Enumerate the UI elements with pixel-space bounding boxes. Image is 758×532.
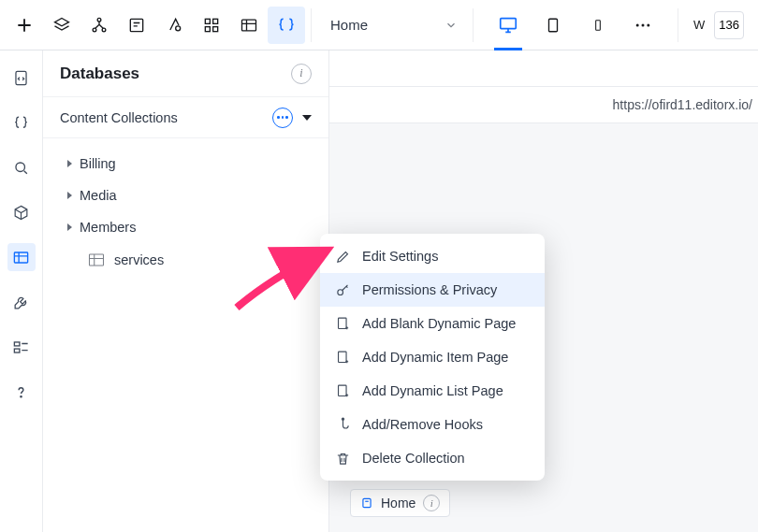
rail-page-code-icon[interactable]: [7, 64, 36, 92]
info-icon[interactable]: i: [423, 495, 440, 511]
page-dropdown[interactable]: Home: [317, 7, 467, 44]
device-desktop-button[interactable]: [496, 13, 520, 37]
rail-tools-icon[interactable]: [7, 288, 36, 316]
tree-item-billing[interactable]: Billing: [43, 148, 328, 180]
divider: [473, 8, 474, 42]
nodes-icon[interactable]: [80, 7, 118, 44]
tree-item-label: Members: [80, 220, 136, 235]
section-icon[interactable]: [118, 7, 155, 44]
left-rail: [0, 50, 43, 532]
ctx-edit-settings[interactable]: Edit Settings: [320, 239, 545, 273]
svg-rect-26: [339, 352, 347, 362]
ctx-add-dynamic-item-page[interactable]: Add Dynamic Item Page: [320, 340, 545, 374]
caret-right-icon: [67, 160, 72, 167]
table-icon[interactable]: [230, 7, 268, 44]
leaf-more-button[interactable]: [300, 250, 321, 270]
panel-header: Databases i: [43, 50, 328, 97]
svg-point-0: [97, 18, 101, 22]
tree-item-label: Media: [80, 188, 117, 203]
page-plus-icon: [335, 350, 351, 366]
tree-item-media[interactable]: Media: [43, 180, 328, 211]
ctx-add-dynamic-list-page[interactable]: Add Dynamic List Page: [320, 374, 545, 408]
panel-section-header[interactable]: Content Collections: [43, 97, 328, 138]
ctx-item-label: Add/Remove Hooks: [362, 417, 483, 432]
ctx-delete-collection[interactable]: Delete Collection: [320, 441, 545, 475]
rail-braces-icon[interactable]: [7, 108, 36, 137]
device-mobile-button[interactable]: [586, 13, 610, 37]
svg-rect-25: [339, 318, 347, 328]
svg-point-14: [642, 23, 645, 26]
collection-context-menu: Edit Settings Permissions & Privacy Add …: [320, 234, 545, 481]
key-icon: [335, 282, 351, 298]
ctx-permissions-privacy[interactable]: Permissions & Privacy: [320, 273, 545, 307]
svg-point-17: [16, 162, 24, 171]
svg-point-24: [338, 289, 343, 295]
info-icon[interactable]: i: [291, 64, 312, 84]
more-devices-button[interactable]: [631, 13, 655, 37]
home-chip-label: Home: [381, 496, 415, 510]
topbar-tools: [0, 7, 305, 44]
svg-rect-7: [205, 26, 210, 31]
page-dropdown-label: Home: [330, 17, 368, 33]
svg-rect-20: [14, 349, 20, 352]
collections-tree: Billing Media Members services: [43, 138, 328, 277]
ctx-add-blank-dynamic-page[interactable]: Add Blank Dynamic Page: [320, 307, 545, 340]
page-icon: [360, 496, 373, 510]
topbar: Home W: [0, 0, 758, 50]
code-braces-icon[interactable]: [268, 7, 305, 44]
divider: [311, 8, 312, 42]
svg-point-15: [647, 23, 649, 26]
svg-rect-12: [596, 20, 601, 30]
svg-point-13: [636, 23, 639, 26]
device-tablet-button[interactable]: [541, 13, 565, 37]
caret-right-icon: [67, 223, 72, 231]
ctx-item-label: Delete Collection: [362, 451, 465, 466]
svg-rect-5: [205, 19, 210, 23]
divider: [678, 8, 678, 42]
rail-form-icon[interactable]: [7, 333, 36, 361]
ctx-item-label: Add Dynamic List Page: [362, 383, 503, 398]
tree-leaf-label: services: [114, 252, 291, 267]
tree-item-members[interactable]: Members: [43, 211, 328, 243]
rail-package-icon[interactable]: [7, 198, 36, 226]
svg-rect-22: [90, 254, 104, 266]
ctx-item-label: Permissions & Privacy: [362, 282, 497, 297]
trash-icon: [335, 451, 351, 467]
width-input[interactable]: [714, 11, 744, 39]
tree-leaf-services[interactable]: services: [43, 243, 328, 277]
ctx-add-remove-hooks[interactable]: Add/Remove Hooks: [320, 408, 545, 441]
add-icon[interactable]: [6, 7, 43, 44]
ctx-item-label: Add Dynamic Item Page: [362, 350, 508, 365]
svg-rect-23: [363, 498, 371, 507]
ctx-item-label: Edit Settings: [362, 249, 438, 264]
home-breadcrumb-chip[interactable]: Home i: [350, 489, 450, 517]
svg-rect-6: [213, 19, 218, 23]
apps-icon[interactable]: [193, 7, 230, 44]
svg-rect-16: [16, 71, 26, 84]
section-collapse-caret-icon[interactable]: [302, 115, 312, 121]
layers-icon[interactable]: [43, 7, 80, 44]
pencil-icon: [335, 249, 351, 265]
svg-rect-18: [14, 252, 27, 262]
svg-rect-9: [242, 20, 256, 31]
preview-url: https://ofird11.editorx.io/: [613, 97, 752, 112]
theme-icon[interactable]: [155, 7, 193, 44]
hook-icon: [335, 417, 351, 433]
svg-rect-8: [213, 26, 218, 31]
device-switcher: [479, 13, 672, 37]
section-more-button[interactable]: [272, 108, 293, 128]
canvas-size-group: W: [684, 11, 744, 39]
rail-help-icon[interactable]: [7, 378, 36, 406]
width-label: W: [693, 18, 705, 32]
page-plus-icon: [335, 383, 351, 399]
page-plus-icon: [335, 316, 351, 332]
svg-rect-3: [130, 19, 142, 31]
svg-rect-11: [549, 19, 558, 32]
rail-search-icon[interactable]: [7, 153, 36, 181]
svg-point-4: [176, 25, 181, 30]
svg-rect-27: [339, 385, 347, 395]
preview-url-bar: https://ofird11.editorx.io/: [329, 86, 758, 123]
rail-database-icon[interactable]: [7, 243, 36, 271]
tree-item-label: Billing: [80, 156, 116, 171]
ctx-item-label: Add Blank Dynamic Page: [362, 316, 516, 331]
